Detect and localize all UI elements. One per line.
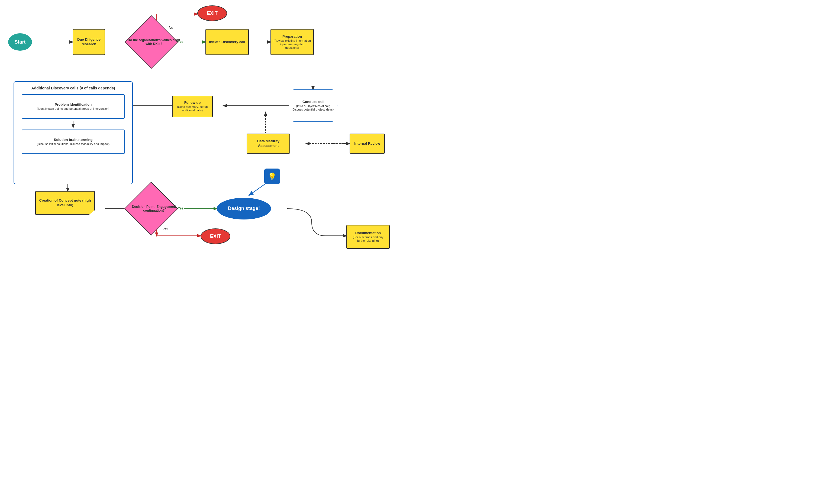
additional-discovery-label: Additional Discovery calls (# of calls d…	[18, 86, 128, 90]
lightbulb-node: 💡	[264, 169, 280, 184]
concept-note-label: Creation of Concept note (high level inf…	[38, 198, 92, 208]
conduct-call-node: Conduct call (Intro & Objectives of call…	[289, 89, 337, 122]
solution-brain-sublabel: (Discuss initial solutions, disucss feas…	[37, 142, 109, 146]
preparation-node: Preparation (Review existing information…	[270, 29, 314, 55]
problem-id-label: Problem Identification	[55, 102, 92, 107]
additional-discovery-container: Additional Discovery calls (# of calls d…	[14, 81, 133, 184]
design-stage-label: Design stage!	[228, 205, 260, 212]
concept-note-node: Creation of Concept note (high level inf…	[35, 191, 95, 215]
lightbulb-icon: 💡	[268, 172, 276, 181]
problem-id-node: Problem Identification (Identify pain po…	[22, 94, 125, 119]
follow-up-label: Follow up	[184, 101, 201, 105]
documentation-sublabel: (For outcomes and any further planning)	[349, 235, 388, 243]
data-maturity-node: Data Maturity Assessment	[247, 134, 290, 154]
exit2-label: EXIT	[210, 234, 221, 239]
follow-up-sublabel: (Send summary, set up additional calls)	[174, 105, 211, 112]
decision2-container: Decision Point: Engagement continuation?…	[124, 187, 184, 230]
initiate-discovery-node: Initiate Discovery call	[205, 29, 249, 55]
data-maturity-label: Data Maturity Assessment	[249, 139, 288, 148]
documentation-node: Documentation (For outcomes and any furt…	[346, 225, 390, 249]
start-label: Start	[14, 39, 25, 45]
conduct-call-sublabel: (Intro & Objectives of call; Discuss pot…	[291, 104, 335, 111]
conduct-call-label: Conduct call	[302, 100, 324, 104]
solution-brain-label: Solution brainstorming	[54, 138, 93, 142]
documentation-label: Documentation	[355, 231, 381, 235]
internal-review-node: Internal Review	[350, 134, 385, 154]
decision1-label: Do the organization's values align with …	[127, 38, 181, 46]
decision2-label: Decision Point: Engagement continuation?	[127, 205, 181, 212]
decision1-container: Do the organization's values align with …	[124, 20, 184, 64]
due-diligence-node: Due Diligence research	[73, 29, 105, 55]
preparation-label: Preparation	[282, 34, 302, 39]
exit1-node: EXIT	[197, 5, 227, 21]
preparation-sublabel: (Review existing information + prepare t…	[273, 39, 312, 50]
exit2-node: EXIT	[201, 228, 230, 244]
internal-review-label: Internal Review	[354, 141, 380, 146]
flowchart: Start Due Diligence research Do the orga…	[0, 0, 409, 252]
problem-id-sublabel: (Identify pain points and potential area…	[37, 107, 109, 111]
initiate-discovery-label: Initiate Discovery call	[209, 40, 245, 44]
due-diligence-label: Due Diligence research	[75, 37, 102, 47]
design-stage-node: Design stage!	[217, 198, 271, 219]
solution-brain-node: Solution brainstorming (Discuss initial …	[22, 130, 125, 154]
start-node: Start	[8, 33, 32, 51]
follow-up-node: Follow up (Send summary, set up addition…	[172, 96, 213, 117]
inner-arrow1	[22, 121, 125, 130]
exit1-label: EXIT	[207, 11, 218, 16]
